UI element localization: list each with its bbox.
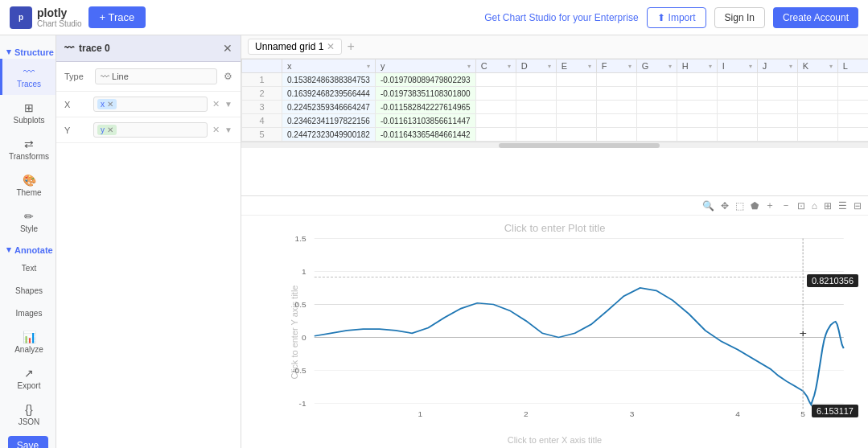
cell-k[interactable] bbox=[797, 73, 837, 87]
zoom-in-icon[interactable]: ＋ bbox=[763, 198, 776, 213]
scrollbar-thumb[interactable] bbox=[499, 143, 660, 148]
compare-icon[interactable]: ☰ bbox=[837, 199, 849, 212]
toggle-hover-icon[interactable]: ⊞ bbox=[822, 199, 833, 212]
cell-g[interactable] bbox=[636, 128, 677, 142]
table-row[interactable]: 4 0.23462341197822156 -0.011613103856611… bbox=[242, 114, 869, 128]
cell-c[interactable] bbox=[475, 87, 516, 101]
cell-j[interactable] bbox=[757, 114, 797, 128]
table-row[interactable]: 3 0.22452359346664247 -0.011582842227614… bbox=[242, 101, 869, 114]
sidebar-item-theme[interactable]: 🎨 Theme bbox=[0, 167, 56, 203]
cell-y[interactable]: -0.011643365484661442 bbox=[375, 128, 475, 142]
add-trace-button[interactable]: + Trace bbox=[88, 6, 146, 28]
cell-f[interactable] bbox=[596, 128, 636, 142]
table-row[interactable]: 5 0.24472323049900182 -0.011643365484661… bbox=[242, 128, 869, 142]
cell-x[interactable]: 0.24472323049900182 bbox=[282, 128, 376, 142]
cell-j[interactable] bbox=[757, 73, 797, 87]
trace-settings-icon[interactable]: ⚙ bbox=[224, 71, 232, 82]
plot-content[interactable]: Click to enter Plot title Click to enter… bbox=[241, 216, 868, 448]
cell-j[interactable] bbox=[757, 87, 797, 101]
cell-c[interactable] bbox=[475, 73, 516, 87]
cell-e[interactable] bbox=[556, 128, 596, 142]
col-header-c[interactable]: C▾ bbox=[475, 60, 516, 73]
horizontal-scrollbar[interactable] bbox=[241, 142, 868, 148]
cell-j[interactable] bbox=[757, 101, 797, 114]
type-value[interactable]: 〰 Line bbox=[95, 68, 217, 84]
chart-type-icon[interactable]: ⊟ bbox=[852, 199, 863, 212]
y-expand-icon[interactable]: ▼ bbox=[224, 125, 232, 134]
sidebar-item-json[interactable]: {} JSON bbox=[0, 397, 56, 433]
autoscale-icon[interactable]: ⊡ bbox=[796, 199, 807, 212]
promo-text[interactable]: Get Chart Studio for your Enterprise bbox=[484, 12, 638, 23]
cell-f[interactable] bbox=[596, 114, 636, 128]
grid-tab[interactable]: Unnamed grid 1 ✕ bbox=[248, 39, 342, 55]
cell-d[interactable] bbox=[516, 128, 556, 142]
sidebar-item-transforms[interactable]: ⇄ Transforms bbox=[0, 131, 56, 167]
cell-k[interactable] bbox=[797, 87, 837, 101]
col-header-g[interactable]: G▾ bbox=[636, 60, 677, 73]
cell-d[interactable] bbox=[516, 114, 556, 128]
sidebar-item-traces[interactable]: 〰 Traces bbox=[0, 59, 56, 95]
cell-d[interactable] bbox=[516, 101, 556, 114]
cell-d[interactable] bbox=[516, 87, 556, 101]
cell-h[interactable] bbox=[677, 101, 717, 114]
grid-tab-close[interactable]: ✕ bbox=[327, 41, 335, 52]
cell-l[interactable] bbox=[837, 87, 868, 101]
sidebar-item-export[interactable]: ↗ Export bbox=[0, 360, 56, 397]
cell-f[interactable] bbox=[596, 87, 636, 101]
x-clear-icon[interactable]: ✕ bbox=[212, 99, 220, 109]
col-header-x[interactable]: x▾ bbox=[282, 60, 376, 73]
cell-e[interactable] bbox=[556, 114, 596, 128]
col-header-k[interactable]: K▾ bbox=[797, 60, 837, 73]
cell-h[interactable] bbox=[677, 114, 717, 128]
cell-x[interactable]: 0.16392468239566444 bbox=[282, 87, 376, 101]
cell-i[interactable] bbox=[717, 114, 757, 128]
sidebar-item-shapes[interactable]: Shapes bbox=[0, 279, 56, 302]
sidebar-item-images[interactable]: Images bbox=[0, 302, 56, 324]
cell-x[interactable]: 0.22452359346664247 bbox=[282, 101, 376, 114]
import-button[interactable]: ⬆ Import bbox=[647, 7, 706, 28]
cell-h[interactable] bbox=[677, 73, 717, 87]
cell-l[interactable] bbox=[837, 114, 868, 128]
table-row[interactable]: 1 0.15382486388384753 -0.019708089479802… bbox=[242, 73, 869, 87]
cell-g[interactable] bbox=[636, 87, 677, 101]
cell-h[interactable] bbox=[677, 87, 717, 101]
grid-add-button[interactable]: + bbox=[347, 40, 354, 53]
col-header-f[interactable]: F▾ bbox=[596, 60, 636, 73]
lasso-icon[interactable]: ⬟ bbox=[749, 199, 760, 212]
create-account-button[interactable]: Create Account bbox=[773, 7, 858, 28]
sidebar-item-style[interactable]: ✏ Style bbox=[0, 203, 56, 240]
cell-e[interactable] bbox=[556, 101, 596, 114]
cell-y[interactable]: -0.019708089479802293 bbox=[375, 73, 475, 87]
y-clear-icon[interactable]: ✕ bbox=[212, 125, 220, 135]
col-header-h[interactable]: H▾ bbox=[677, 60, 717, 73]
table-row[interactable]: 2 0.16392468239566444 -0.019738351108301… bbox=[242, 87, 869, 101]
cell-d[interactable] bbox=[516, 73, 556, 87]
col-header-d[interactable]: D▾ bbox=[516, 60, 556, 73]
x-expand-icon[interactable]: ▼ bbox=[224, 100, 232, 109]
cell-k[interactable] bbox=[797, 114, 837, 128]
cell-h[interactable] bbox=[677, 128, 717, 142]
col-header-i[interactable]: I▾ bbox=[717, 60, 757, 73]
cell-i[interactable] bbox=[717, 128, 757, 142]
cell-x[interactable]: 0.15382486388384753 bbox=[282, 73, 376, 87]
cell-c[interactable] bbox=[475, 101, 516, 114]
signin-button[interactable]: Sign In bbox=[714, 7, 765, 28]
cell-e[interactable] bbox=[556, 73, 596, 87]
col-header-y[interactable]: y▾ bbox=[375, 60, 475, 73]
cell-c[interactable] bbox=[475, 114, 516, 128]
annotate-section[interactable]: ▾ Annotate bbox=[0, 240, 56, 257]
cell-l[interactable] bbox=[837, 73, 868, 87]
cell-c[interactable] bbox=[475, 128, 516, 142]
reset-icon[interactable]: ⌂ bbox=[810, 199, 819, 212]
y-tag-container[interactable]: y ✕ bbox=[93, 122, 208, 138]
cell-j[interactable] bbox=[757, 128, 797, 142]
cell-f[interactable] bbox=[596, 101, 636, 114]
sidebar-item-subplots[interactable]: ⊞ Subplots bbox=[0, 95, 56, 131]
cell-f[interactable] bbox=[596, 73, 636, 87]
cell-y[interactable]: -0.019738351108301800 bbox=[375, 87, 475, 101]
x-tag-container[interactable]: x ✕ bbox=[93, 97, 208, 112]
cell-e[interactable] bbox=[556, 87, 596, 101]
cell-g[interactable] bbox=[636, 114, 677, 128]
pan-icon[interactable]: ✥ bbox=[719, 199, 730, 212]
cell-y[interactable]: -0.011582842227614965 bbox=[375, 101, 475, 114]
